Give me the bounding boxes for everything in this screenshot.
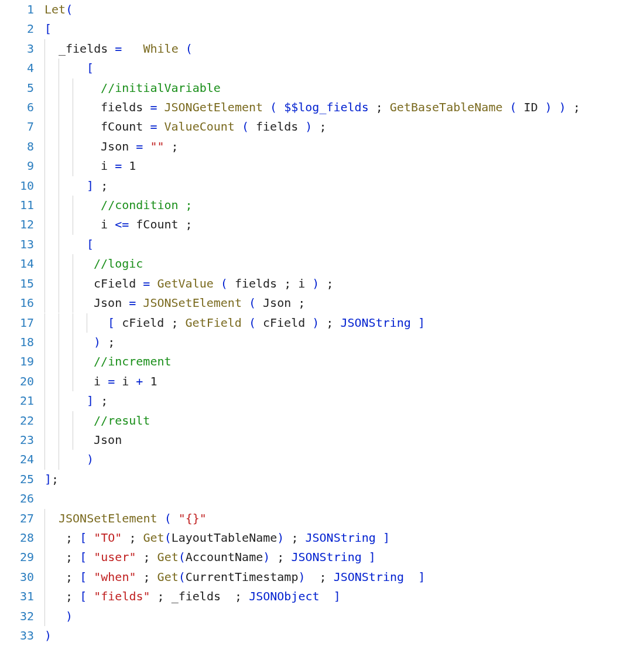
code-content: _fields = While (	[44, 39, 638, 59]
token-op: ;	[319, 276, 333, 290]
token-str: "{}"	[179, 511, 207, 525]
token-fn: Get	[157, 550, 179, 564]
token-kw: )	[305, 119, 312, 134]
token-op	[101, 316, 108, 330]
token-op	[157, 100, 164, 114]
token-op	[87, 531, 94, 545]
code-content: ; [ "when" ; Get(CurrentTimestamp) ; JSO…	[44, 568, 638, 587]
code-line: 11 //condition ;	[6, 196, 638, 215]
code-content: i = i + 1	[44, 372, 638, 391]
token-op: ;	[164, 139, 178, 153]
token-kw: (	[510, 100, 517, 114]
code-content: i <= fCount ;	[44, 215, 638, 234]
token-kw: (	[179, 550, 186, 564]
token-kw: (	[165, 531, 172, 545]
token-kw: +	[136, 374, 143, 388]
token-op: ;	[59, 531, 80, 545]
token-op	[122, 159, 129, 173]
code-line: 14 //logic	[6, 254, 638, 274]
token-op: ;	[312, 119, 326, 134]
token-fn: JSONGetElement	[164, 100, 263, 114]
token-op	[87, 570, 94, 584]
token-op: i	[87, 374, 108, 388]
line-number: 21	[6, 391, 44, 411]
token-kw: ]	[418, 316, 425, 330]
line-number: 2	[6, 19, 44, 39]
token-kw: ]	[383, 531, 390, 545]
token-op	[362, 550, 369, 564]
code-line: 20 i = i + 1	[6, 372, 638, 391]
token-op: cField ;	[115, 316, 185, 330]
code-line: 12 i <= fCount ;	[6, 215, 638, 234]
line-number: 1	[6, 0, 44, 19]
code-content: Let(	[44, 0, 638, 19]
token-op: ;	[369, 100, 390, 114]
token-op: ;	[284, 531, 305, 545]
token-op: cField	[87, 276, 143, 290]
token-op	[320, 589, 334, 603]
code-content: )	[44, 450, 638, 469]
token-gv: JSONString	[340, 316, 410, 330]
code-line: 13 [	[6, 235, 638, 254]
token-op: Json ;	[256, 296, 305, 310]
line-number: 31	[6, 587, 44, 606]
token-op: Json	[87, 139, 136, 153]
code-content: //increment	[44, 352, 638, 371]
token-op: i	[87, 217, 115, 231]
token-op	[242, 296, 249, 310]
token-op: ;	[136, 570, 157, 584]
code-line: 19 //increment	[6, 352, 638, 371]
line-number: 30	[6, 568, 44, 587]
token-kw: =	[115, 42, 122, 56]
token-op: ;	[52, 472, 59, 486]
token-op	[87, 354, 94, 368]
token-kw: )	[263, 550, 270, 564]
token-kw: )	[66, 609, 73, 623]
line-number: 32	[6, 607, 44, 626]
token-op	[502, 100, 509, 114]
token-cm: //increment	[94, 354, 171, 368]
code-line: 26	[6, 489, 638, 508]
token-op: Json	[87, 296, 129, 310]
line-number: 12	[6, 215, 44, 234]
code-content: //condition ;	[44, 196, 638, 215]
token-op: ;	[101, 335, 115, 349]
token-op	[59, 609, 66, 623]
token-op	[143, 139, 150, 153]
code-line: 2[	[6, 19, 638, 39]
token-op: ;	[566, 100, 580, 114]
token-op	[122, 42, 143, 56]
line-number: 17	[6, 313, 44, 333]
token-op: fCount	[87, 119, 150, 134]
token-op: fields	[249, 119, 305, 134]
code-content: Json = JSONSetElement ( Json ;	[44, 293, 638, 313]
token-kw: [	[80, 570, 87, 584]
token-kw: ]	[418, 570, 425, 584]
code-content: )	[44, 626, 638, 645]
token-op	[242, 316, 249, 330]
token-op: ;	[122, 531, 143, 545]
token-op	[179, 42, 186, 56]
token-kw: (	[249, 296, 256, 310]
code-line: 18 ) ;	[6, 333, 638, 352]
token-kw: [	[80, 550, 87, 564]
code-line: 9 i = 1	[6, 156, 638, 176]
code-content: ; [ "user" ; Get(AccountName) ; JSONStri…	[44, 548, 638, 567]
code-content: ; [ "fields" ; _fields ; JSONObject ]	[44, 587, 638, 606]
code-line: 8 Json = "" ;	[6, 137, 638, 156]
token-kw: (	[66, 2, 73, 16]
code-content: i = 1	[44, 156, 638, 176]
code-line: 16 Json = JSONSetElement ( Json ;	[6, 293, 638, 313]
token-op: ;	[270, 550, 291, 564]
token-str: "fields"	[94, 589, 150, 603]
token-op: fields	[87, 100, 150, 114]
token-op: ;	[59, 550, 80, 564]
line-number: 25	[6, 470, 44, 489]
line-number: 18	[6, 333, 44, 352]
token-cm: //logic	[94, 257, 143, 271]
line-number: 10	[6, 176, 44, 196]
line-number: 24	[6, 450, 44, 469]
token-kw: [	[80, 531, 87, 545]
code-content: ] ;	[44, 391, 638, 411]
token-op: ;	[94, 179, 108, 193]
